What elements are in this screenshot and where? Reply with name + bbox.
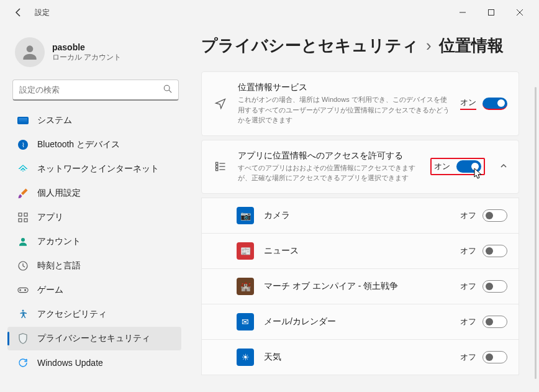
close-button[interactable] [505,2,534,22]
titlebar: 設定 [0,0,539,25]
sidebar-item-network[interactable]: ネットワークとインターネット [7,157,181,181]
app-name: 天気 [264,352,450,363]
svg-point-3 [164,85,170,91]
svg-rect-5 [19,213,22,216]
app-icon-empire: 🏰 [237,278,254,295]
username: pasoble [52,42,121,52]
toggle-state-label: オフ [460,210,476,221]
app-access-toggle[interactable] [456,160,481,173]
setting-app-access[interactable]: アプリに位置情報へのアクセスを許可する すべてのアプリはおおよその位置情報にアク… [201,140,519,194]
chevron-up-icon[interactable] [500,161,507,172]
sidebar-item-label: 個人用設定 [37,188,81,199]
sidebar-item-label: アカウント [37,236,81,247]
sidebar-item-label: 時刻と言語 [37,260,81,271]
breadcrumb-parent[interactable]: プライバシーとセキュリティ [201,35,419,57]
toggle-state-label: オフ [460,281,476,292]
setting-title: アプリに位置情報へのアクセスを許可する [238,150,420,162]
sidebar-item-bluetooth[interactable]: ⌇ Bluetooth とデバイス [7,133,181,157]
system-icon [17,115,29,126]
sidebar-item-label: Windows Update [37,358,103,368]
sidebar-item-accounts[interactable]: アカウント [7,230,181,253]
setting-location-service[interactable]: 位置情報サービス これがオンの場合、場所は Windows で利用でき、このデバ… [201,71,519,136]
app-toggle-empire[interactable] [482,280,507,293]
clock-icon [17,260,29,271]
breadcrumb: プライバシーとセキュリティ › 位置情報 [201,35,527,57]
svg-rect-8 [24,219,27,222]
gamepad-icon [17,285,29,296]
sidebar-item-time[interactable]: 時刻と言語 [7,254,181,278]
bluetooth-icon: ⌇ [17,139,29,150]
back-button[interactable] [12,6,25,19]
svg-point-12 [25,289,26,291]
app-toggle-news[interactable] [482,245,507,257]
app-name: メール/カレンダー [264,316,450,327]
svg-point-9 [21,238,25,242]
svg-rect-18 [216,168,218,170]
user-section[interactable]: pasoble ローカル アカウント [5,30,186,80]
app-row-news[interactable]: 📰 ニュース オフ [201,234,519,269]
search-icon [163,84,172,96]
app-toggle-mail[interactable] [482,316,507,328]
svg-point-2 [27,45,34,52]
app-name: ニュース [264,245,450,257]
sidebar-item-label: アプリ [37,212,63,223]
scrollbar[interactable] [535,87,537,379]
search-box[interactable] [12,80,179,101]
toggle-state-label: オン [460,97,476,110]
app-name: マーチ オブ エンパイア - 領土戦争 [264,281,450,292]
shield-icon [17,333,29,344]
toggle-state-label: オフ [460,245,476,257]
content-area: プライバシーとセキュリティ › 位置情報 位置情報サービス これがオンの場合、場… [186,25,539,392]
maximize-button[interactable] [477,2,505,22]
wifi-icon [17,163,29,175]
app-icon-camera: 📷 [237,207,254,224]
sidebar-item-label: プライバシーとセキュリティ [37,333,150,344]
sidebar-item-privacy[interactable]: プライバシーとセキュリティ [7,327,181,350]
app-icon-mail: ✉ [237,313,254,330]
update-icon [17,357,29,368]
app-row-empire[interactable]: 🏰 マーチ オブ エンパイア - 領土戦争 オフ [201,269,519,304]
search-input[interactable] [19,85,163,94]
app-toggle-camera[interactable] [482,209,507,222]
app-toggle-weather[interactable] [482,351,507,363]
minimize-button[interactable] [448,2,477,22]
app-row-camera[interactable]: 📷 カメラ オフ [201,198,519,234]
setting-description: すべてのアプリはおおよその位置情報にアクセスできますが、正確な場所にアクセスでき… [238,163,420,183]
setting-description: これがオンの場合、場所は Windows で利用でき、このデバイスを使用するすべ… [238,94,450,125]
location-icon [213,98,228,110]
setting-title: 位置情報サービス [238,82,450,93]
svg-rect-16 [216,165,218,167]
breadcrumb-current: 位置情報 [439,35,504,57]
svg-line-4 [169,90,171,93]
apps-icon [17,212,29,223]
app-name: カメラ [264,210,450,221]
sidebar-item-accessibility[interactable]: アクセシビリティ [7,303,181,326]
window-title: 設定 [35,7,50,18]
brush-icon [17,188,29,199]
sidebar-item-personalization[interactable]: 個人用設定 [7,181,181,205]
accessibility-icon [17,309,29,320]
sidebar-item-label: Bluetooth とデバイス [37,139,120,150]
sidebar-item-label: システム [37,115,72,126]
toggle-state-label: オフ [460,352,476,363]
svg-rect-6 [24,213,27,216]
chevron-right-icon: › [426,36,432,55]
app-list: 📷 カメラ オフ 📰 ニュース オフ 🏰 マーチ オブ エンパイア - 領土戦争… [201,198,519,375]
sidebar: pasoble ローカル アカウント システム ⌇ Bluetooth とデバイ… [0,25,186,392]
svg-rect-7 [19,219,22,222]
toggle-state-label: オフ [460,316,476,327]
location-service-toggle[interactable] [482,98,507,110]
nav-list: システム ⌇ Bluetooth とデバイス ネットワークとインターネット 個人… [5,108,186,387]
svg-rect-14 [216,162,218,164]
sidebar-item-system[interactable]: システム [7,109,181,132]
avatar [15,37,45,67]
app-row-mail[interactable]: ✉ メール/カレンダー オフ [201,304,519,340]
sidebar-item-label: アクセシビリティ [37,309,107,320]
sidebar-item-apps[interactable]: アプリ [7,206,181,229]
list-icon [213,160,228,173]
app-row-weather[interactable]: ☀ 天気 オフ [201,340,519,375]
sidebar-item-gaming[interactable]: ゲーム [7,278,181,302]
sidebar-item-label: ネットワークとインターネット [37,163,159,175]
sidebar-item-update[interactable]: Windows Update [7,351,181,375]
app-icon-weather: ☀ [237,349,254,366]
